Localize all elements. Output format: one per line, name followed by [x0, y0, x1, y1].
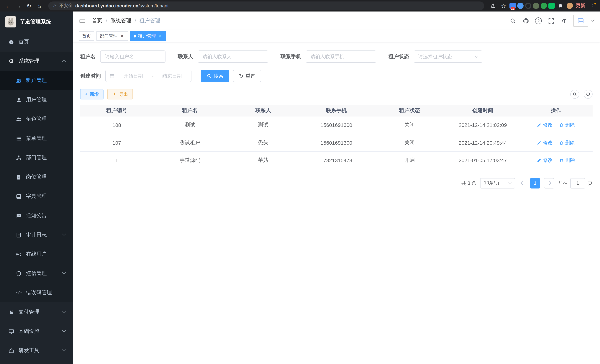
tab-dept-management[interactable]: 部门管理 ×: [96, 31, 128, 41]
create-time-label: 创建时间: [80, 73, 105, 79]
extension-icon-1[interactable]: 10: [509, 3, 516, 9]
search-icon[interactable]: [509, 17, 516, 25]
edit-button[interactable]: 修改: [537, 122, 553, 129]
sidebar-item-dept-management[interactable]: 部门管理: [0, 148, 73, 167]
delete-button[interactable]: 删除: [559, 157, 575, 163]
pagination-total: 共 3 条: [461, 180, 477, 187]
roles-icon: [16, 116, 22, 122]
breadcrumb-system-management[interactable]: 系统管理: [111, 18, 131, 24]
reload-icon[interactable]: ↻: [25, 1, 33, 10]
delete-button[interactable]: 删除: [559, 139, 575, 146]
cell-tenant-name: 测试: [153, 117, 227, 134]
contact-phone-input[interactable]: [306, 50, 376, 63]
browser-menu-icon[interactable]: ⋮: [588, 3, 596, 9]
cell-tenant-status: 开启: [373, 151, 446, 169]
sidebar-item-payment-management[interactable]: ¥ 支付管理: [0, 302, 73, 322]
address-bar[interactable]: ⚠ 不安全 dashboard.yudao.iocoder.cn/system/…: [48, 1, 484, 10]
create-time-range-picker[interactable]: 开始日期 - 结束日期: [105, 70, 191, 82]
contact-input[interactable]: [198, 50, 268, 63]
sidebar-item-infrastructure[interactable]: 基础设施: [0, 322, 73, 341]
date-separator: -: [152, 73, 154, 79]
sidebar-item-notice[interactable]: 通知公告: [0, 206, 73, 225]
sidebar-item-post-management[interactable]: 岗位管理: [0, 167, 73, 187]
delete-button[interactable]: 删除: [559, 122, 575, 129]
sidebar-item-system-management[interactable]: ⚙ 系统管理: [0, 52, 73, 71]
navbar-actions: ? tT: [509, 15, 594, 27]
edit-button[interactable]: 修改: [537, 139, 553, 146]
next-page-icon[interactable]: [544, 178, 554, 188]
close-icon[interactable]: ×: [120, 33, 125, 38]
main-area: 首页 / 系统管理 / 租户管理 ?: [73, 11, 600, 364]
sidebar-item-home[interactable]: 首页: [0, 32, 73, 52]
plus-icon: +: [85, 92, 88, 97]
back-icon[interactable]: ←: [4, 1, 13, 10]
reset-button[interactable]: ↻ 重置: [233, 70, 261, 82]
goto-prefix: 前往: [558, 180, 568, 187]
sidebar-item-menu-management[interactable]: 菜单管理: [0, 129, 73, 148]
tab-home[interactable]: 首页: [79, 31, 94, 41]
logo-image: [5, 16, 16, 28]
show-search-toggle-icon[interactable]: [570, 90, 579, 99]
tenant-status-label: 租户状态: [388, 53, 414, 60]
forward-icon[interactable]: →: [14, 1, 23, 10]
share-icon[interactable]: [489, 1, 497, 10]
gear-icon: ⚙: [8, 58, 14, 64]
sidebar-item-role-management[interactable]: 角色管理: [0, 110, 73, 129]
export-button[interactable]: 导出: [107, 89, 133, 99]
browser-profile-avatar[interactable]: [567, 3, 573, 9]
home-icon[interactable]: ⌂: [35, 1, 44, 10]
cell-tenant-name: 芋道源码: [153, 151, 227, 169]
page-size-select[interactable]: 10条/页: [480, 178, 515, 188]
cell-tenant-name: 测试租户: [153, 134, 227, 151]
notice-icon: [16, 212, 22, 219]
current-page-button[interactable]: 1: [530, 178, 540, 188]
refresh-table-icon[interactable]: [584, 90, 593, 99]
cell-contact-phone: 17321315478: [300, 151, 373, 169]
extension-badge: 10: [510, 7, 515, 10]
sidebar-item-error-code[interactable]: </> 错误码管理: [0, 283, 73, 302]
search-button[interactable]: 搜索: [201, 70, 229, 82]
browser-chrome: ← → ↻ ⌂ ⚠ 不安全 dashboard.yudao.iocoder.cn…: [0, 0, 600, 11]
tenant-status-select[interactable]: 请选择租户状态: [414, 50, 482, 63]
calendar-icon: [110, 73, 115, 78]
tabs-bar: 首页 部门管理 × 租户管理 ×: [73, 30, 600, 42]
extension-icon-5[interactable]: [541, 3, 547, 9]
sidebar-item-online-users[interactable]: 在线用户: [0, 244, 73, 264]
close-icon[interactable]: ×: [158, 33, 163, 38]
breadcrumb-home[interactable]: 首页: [92, 18, 103, 24]
chevron-down-icon: [508, 181, 512, 184]
extension-icon-2[interactable]: [517, 3, 524, 9]
goto-page-input[interactable]: [570, 178, 585, 188]
sidebar-menu: 首页 ⚙ 系统管理 租户管理: [0, 32, 73, 364]
app-logo[interactable]: 芋道管理系统: [0, 11, 73, 32]
extension-icon-6[interactable]: [548, 3, 555, 9]
cell-tenant-id: 107: [80, 134, 153, 151]
sidebar-item-dict-management[interactable]: 字典管理: [0, 187, 73, 206]
extension-icon-3[interactable]: [525, 3, 531, 9]
help-icon[interactable]: ?: [535, 18, 542, 24]
sidebar-item-audit-log[interactable]: 审计日志: [0, 225, 73, 244]
cell-create-time: 2021-12-14 20:49:44: [446, 134, 519, 151]
user-avatar[interactable]: [573, 15, 588, 27]
sidebar-item-user-management[interactable]: 用户管理: [0, 90, 73, 110]
edit-button[interactable]: 修改: [537, 157, 553, 163]
github-icon[interactable]: [522, 17, 529, 25]
menu-list-icon: [16, 135, 22, 141]
font-size-icon[interactable]: tT: [560, 17, 568, 25]
sidebar-item-dev-tools[interactable]: 研发工具: [0, 341, 73, 360]
sidebar-item-sms-management[interactable]: 短信管理: [0, 264, 73, 283]
prev-page-icon[interactable]: [519, 178, 526, 188]
tenant-name-input[interactable]: [100, 50, 166, 63]
security-label: 不安全: [59, 3, 73, 9]
chevron-down-icon[interactable]: [591, 18, 595, 21]
table-header-row: 租户编号 租户名 联系人 联系手机 租户状态 创建时间 操作: [80, 105, 593, 117]
extensions-puzzle-icon[interactable]: [556, 1, 565, 10]
menu-fold-icon[interactable]: [79, 17, 86, 25]
extension-icon-4[interactable]: [533, 3, 539, 9]
sidebar-item-tenant-management[interactable]: 租户管理: [0, 71, 73, 90]
fullscreen-icon[interactable]: [547, 17, 555, 25]
browser-update-button[interactable]: 更新: [576, 3, 585, 9]
tab-tenant-management[interactable]: 租户管理 ×: [130, 31, 166, 41]
bookmark-star-icon[interactable]: ☆: [499, 1, 508, 10]
add-button[interactable]: + 新增: [80, 89, 103, 99]
